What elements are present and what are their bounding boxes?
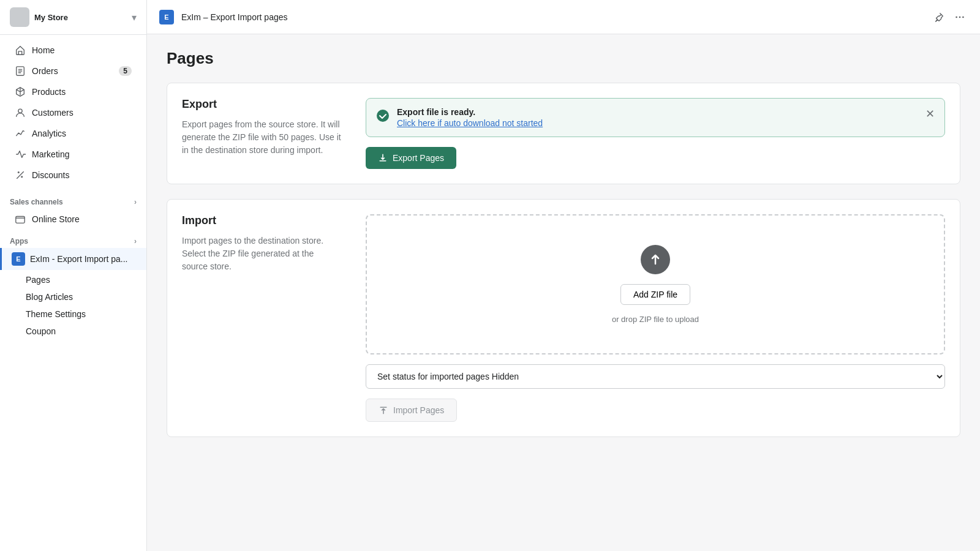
sidebar-item-home[interactable]: Home: [5, 40, 141, 61]
sidebar-item-exim-app[interactable]: E ExIm - Export Import pa...: [0, 248, 146, 270]
page-content: Pages Export Export pages from the sourc…: [147, 34, 980, 551]
export-description: Export pages from the source store. It w…: [182, 118, 341, 157]
sidebar-item-marketing-label: Marketing: [32, 149, 69, 159]
export-section-info: Export Export pages from the source stor…: [182, 98, 341, 169]
more-options-button[interactable]: [952, 8, 968, 26]
sidebar-item-customers[interactable]: Customers: [5, 102, 141, 123]
sidebar-item-orders[interactable]: Orders 5: [5, 61, 141, 81]
import-button-label: Import Pages: [393, 405, 444, 415]
apps-chevron[interactable]: ›: [134, 237, 137, 246]
sidebar-item-products[interactable]: Products: [5, 81, 141, 102]
import-section-info: Import Import pages to the destination s…: [182, 214, 341, 422]
sub-nav-pages[interactable]: Pages: [0, 271, 146, 288]
pin-button[interactable]: [931, 8, 947, 26]
svg-point-4: [959, 17, 961, 18]
orders-icon: [15, 66, 26, 77]
close-success-banner-button[interactable]: ✕: [925, 107, 935, 121]
main-nav: Home Orders 5 Products Customers: [0, 35, 146, 190]
sidebar-item-analytics-label: Analytics: [32, 129, 66, 138]
sidebar-item-online-store[interactable]: Online Store: [5, 209, 141, 230]
discounts-icon: [15, 170, 26, 181]
online-store-icon: [15, 214, 26, 225]
sub-nav-coupon[interactable]: Coupon: [0, 323, 146, 340]
export-download-link[interactable]: Click here if auto download not started: [397, 118, 918, 128]
page-title: Pages: [167, 49, 960, 68]
export-heading: Export: [182, 98, 341, 111]
products-icon: [15, 86, 26, 97]
success-check-icon: [376, 108, 390, 122]
sub-nav-theme-settings[interactable]: Theme Settings: [0, 305, 146, 323]
analytics-icon: [15, 128, 26, 139]
sidebar-item-online-store-label: Online Store: [32, 214, 80, 224]
import-description: Import pages to the destination store. S…: [182, 234, 341, 273]
upload-dropzone[interactable]: Add ZIP file or drop ZIP file to upload: [366, 214, 945, 354]
export-button-label: Export Pages: [393, 153, 444, 163]
sub-nav-blog-articles-label: Blog Articles: [26, 292, 73, 302]
sub-nav-coupon-label: Coupon: [26, 326, 56, 336]
sidebar-item-discounts[interactable]: Discounts: [5, 165, 141, 186]
sidebar-item-exim-label: ExIm - Export Import pa...: [30, 254, 128, 264]
sidebar-header: My Store ▾: [0, 0, 146, 35]
sidebar-item-orders-label: Orders: [32, 66, 58, 76]
export-section: Export Export pages from the source stor…: [167, 83, 960, 184]
sidebar: My Store ▾ Home Orders 5 Products: [0, 0, 147, 551]
export-success-banner: Export file is ready. Click here if auto…: [366, 98, 945, 137]
sidebar-item-discounts-label: Discounts: [32, 170, 69, 180]
topbar-title: ExIm – Export Import pages: [181, 12, 924, 22]
export-section-content: Export file is ready. Click here if auto…: [366, 98, 945, 169]
upload-hint-text: or drop ZIP file to upload: [612, 315, 699, 324]
sidebar-toggle-icon[interactable]: ▾: [132, 12, 137, 23]
sidebar-item-products-label: Products: [32, 87, 66, 97]
svg-point-3: [956, 17, 957, 18]
svg-point-1: [18, 109, 22, 113]
sales-channels-chevron[interactable]: ›: [134, 198, 137, 206]
status-select[interactable]: Set status for imported pages Hidden Set…: [366, 364, 945, 389]
exim-app-icon: E: [12, 252, 25, 266]
sub-nav-theme-settings-label: Theme Settings: [26, 309, 86, 319]
topbar-actions: [931, 8, 968, 26]
svg-point-5: [962, 17, 964, 18]
import-heading: Import: [182, 214, 341, 227]
customers-icon: [15, 107, 26, 118]
svg-point-6: [377, 110, 389, 122]
sub-navigation: Pages Blog Articles Theme Settings Coupo…: [0, 270, 146, 341]
orders-badge: 5: [119, 66, 132, 76]
apps-label: Apps: [10, 237, 28, 246]
home-icon: [15, 45, 26, 56]
import-pages-button[interactable]: Import Pages: [366, 399, 457, 422]
export-success-text: Export file is ready. Click here if auto…: [397, 107, 918, 128]
sidebar-item-customers-label: Customers: [32, 108, 74, 118]
sidebar-item-marketing[interactable]: Marketing: [5, 144, 141, 165]
svg-rect-2: [16, 217, 24, 223]
export-pages-button[interactable]: Export Pages: [366, 147, 456, 169]
sub-nav-blog-articles[interactable]: Blog Articles: [0, 288, 146, 305]
add-zip-button-label: Add ZIP file: [633, 290, 677, 299]
import-section: Import Import pages to the destination s…: [167, 199, 960, 437]
store-name: My Store: [34, 13, 127, 22]
marketing-icon: [15, 149, 26, 160]
export-success-message: Export file is ready.: [397, 107, 475, 117]
main-panel: E ExIm – Export Import pages Pages Expor…: [147, 0, 980, 551]
sales-channels-section: Sales channels ›: [0, 190, 146, 209]
upload-icon: [641, 245, 670, 274]
topbar: E ExIm – Export Import pages: [147, 0, 980, 34]
apps-section: Apps ›: [0, 230, 146, 248]
sidebar-item-home-label: Home: [32, 45, 55, 55]
topbar-app-logo: E: [159, 10, 174, 24]
sales-channels-label: Sales channels: [10, 198, 63, 206]
sidebar-item-analytics[interactable]: Analytics: [5, 123, 141, 144]
add-zip-button[interactable]: Add ZIP file: [620, 284, 690, 305]
sub-nav-pages-label: Pages: [26, 275, 50, 285]
store-avatar: [10, 7, 29, 27]
import-section-content: Add ZIP file or drop ZIP file to upload …: [366, 214, 945, 422]
